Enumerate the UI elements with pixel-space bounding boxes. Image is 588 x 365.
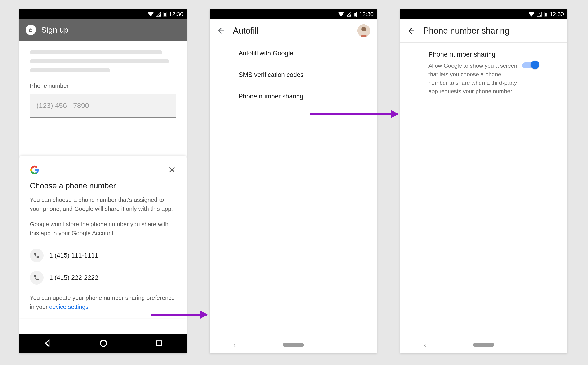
- footer-text: .: [88, 303, 90, 310]
- phone-number-option[interactable]: 1 (415) 222-2222: [30, 267, 176, 289]
- phone-picker-sheet: ✕ Choose a phone number You can choose a…: [19, 156, 187, 318]
- app-bar-title: Sign up: [41, 25, 68, 35]
- nav-back-chevron-icon[interactable]: ‹: [424, 341, 426, 349]
- app-bar: Phone number sharing: [400, 19, 567, 42]
- close-icon[interactable]: ✕: [168, 165, 176, 175]
- app-bar-title: Phone number sharing: [423, 26, 560, 36]
- nav-home-pill-icon[interactable]: [283, 343, 304, 347]
- phone-autofill-settings: 12:30 Autofill Autofill with Google SMS …: [210, 9, 377, 353]
- sheet-paragraph: Google won't store the phone number you …: [30, 220, 176, 238]
- status-time: 12:30: [169, 11, 183, 18]
- settings-item-autofill-google[interactable]: Autofill with Google: [210, 42, 377, 64]
- phone-number-option[interactable]: 1 (415) 111-1111: [30, 244, 176, 267]
- svg-point-1: [100, 340, 106, 346]
- svg-rect-0: [164, 14, 166, 17]
- account-avatar[interactable]: [357, 24, 370, 37]
- nav-back-chevron-icon[interactable]: ‹: [233, 341, 236, 349]
- app-bar: E Sign up: [19, 19, 187, 41]
- app-logo-icon: E: [26, 25, 36, 35]
- svg-rect-3: [354, 14, 356, 17]
- svg-point-5: [361, 27, 366, 31]
- wifi-icon: [148, 12, 154, 17]
- cell-signal-icon: [537, 12, 542, 17]
- settings-item-phone-sharing[interactable]: Phone number sharing: [210, 86, 377, 107]
- settings-list: Autofill with Google SMS verification co…: [210, 42, 377, 107]
- phone-number-sharing-settings: 12:30 Phone number sharing Phone number …: [400, 9, 567, 353]
- setting-description: Allow Google to show you a screen that l…: [428, 62, 518, 96]
- wifi-icon: [528, 12, 534, 17]
- form-area: Phone number: [19, 41, 187, 118]
- battery-icon: [163, 12, 167, 17]
- app-bar-title: Autofill: [233, 26, 350, 36]
- battery-icon: [354, 12, 357, 17]
- flow-arrow-icon: [152, 314, 207, 316]
- placeholder-line: [30, 59, 169, 63]
- phone-input[interactable]: [30, 94, 176, 118]
- status-time: 12:30: [359, 11, 374, 18]
- settings-item-sms-codes[interactable]: SMS verification codes: [210, 64, 377, 86]
- back-arrow-icon[interactable]: [407, 26, 416, 35]
- phone-number-label: 1 (415) 222-2222: [49, 274, 98, 281]
- google-logo-icon: [30, 165, 39, 175]
- gesture-nav-bar: ‹: [210, 337, 377, 353]
- gesture-nav-bar: ‹: [400, 337, 567, 353]
- battery-icon: [544, 12, 547, 17]
- nav-home-pill-icon[interactable]: [473, 343, 494, 347]
- status-bar: 12:30: [400, 9, 567, 19]
- setting-row-phone-sharing[interactable]: Phone number sharing Allow Google to sho…: [400, 42, 567, 104]
- phone-number-label: 1 (415) 111-1111: [49, 252, 98, 259]
- android-nav-bar: [19, 334, 187, 353]
- wifi-icon: [338, 12, 344, 17]
- phone-sharing-toggle[interactable]: [522, 60, 539, 70]
- status-time: 12:30: [550, 11, 564, 18]
- sheet-paragraph: You can choose a phone number that's ass…: [30, 196, 176, 213]
- svg-rect-2: [157, 341, 161, 346]
- app-bar: Autofill: [210, 19, 377, 42]
- placeholder-line: [30, 50, 162, 55]
- nav-back-icon[interactable]: [43, 339, 51, 348]
- phone-icon: [30, 271, 43, 285]
- placeholder-line: [30, 68, 110, 72]
- phone-icon: [30, 249, 43, 262]
- device-settings-link[interactable]: device settings: [49, 303, 88, 310]
- phone-signup: 12:30 E Sign up Phone number ✕ Choose a …: [19, 9, 187, 353]
- sheet-title: Choose a phone number: [30, 181, 176, 190]
- cell-signal-icon: [347, 12, 351, 17]
- setting-title: Phone number sharing: [428, 51, 518, 58]
- nav-recents-icon[interactable]: [155, 340, 163, 348]
- status-bar: 12:30: [19, 9, 187, 19]
- nav-home-icon[interactable]: [99, 339, 107, 348]
- flow-arrow-icon: [310, 113, 398, 115]
- svg-rect-6: [545, 14, 546, 17]
- sheet-footer: You can update your phone number sharing…: [30, 294, 176, 311]
- phone-field-label: Phone number: [30, 82, 176, 89]
- cell-signal-icon: [156, 12, 161, 17]
- status-bar: 12:30: [210, 9, 377, 19]
- back-arrow-icon[interactable]: [216, 26, 226, 35]
